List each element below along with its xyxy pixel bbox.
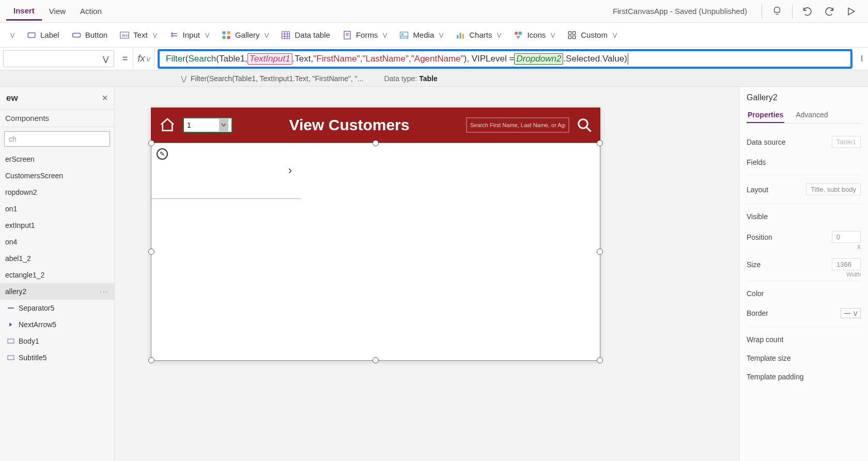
svg-rect-19 [400, 32, 408, 38]
tree-node-gallery[interactable]: allery2··· [0, 283, 114, 300]
tree-node-label[interactable]: abel1_2 [0, 250, 114, 267]
top-menu-bar: Insert View Action FirstCanvasApp - Save… [0, 0, 868, 23]
next-arrow-icon[interactable]: › [288, 164, 292, 177]
divider [792, 4, 793, 19]
ribbon-gallery[interactable]: Gallery⋁ [215, 27, 275, 43]
canvas-area[interactable]: 1 View Customers ✎ › [115, 87, 739, 461]
prop-visible-label: Visible [747, 212, 768, 221]
svg-rect-8 [227, 31, 230, 34]
svg-rect-28 [569, 36, 571, 38]
app-checker-icon[interactable] [768, 3, 786, 20]
search-icon[interactable] [577, 117, 592, 133]
svg-line-34 [586, 127, 591, 132]
resize-handle[interactable] [597, 357, 603, 363]
prop-datasource-value[interactable]: Table1 [832, 136, 861, 148]
resize-handle[interactable] [597, 249, 603, 255]
ribbon-text[interactable]: Abc Text⋁ [114, 27, 163, 43]
resize-handle[interactable] [373, 140, 379, 146]
ribbon-text-text: Text [133, 30, 148, 39]
fx-button[interactable]: fx⋁ [133, 48, 154, 70]
tab-properties[interactable]: Properties [747, 107, 784, 123]
tab-advanced[interactable]: Advanced [795, 107, 829, 123]
gallery-selection[interactable]: ✎ › [151, 143, 600, 361]
tree-node-screen[interactable]: erScreen [0, 151, 114, 167]
preview-search-input[interactable] [466, 117, 569, 133]
search-input[interactable]: ch [4, 131, 110, 147]
ribbon-label[interactable]: Label [21, 27, 66, 43]
svg-rect-31 [8, 339, 14, 343]
tree-node-subtitle[interactable]: Subtitle5 [0, 349, 114, 366]
properties-panel: Gallery2 Properties Advanced Data source… [739, 87, 868, 461]
prop-border-value[interactable]: — ⋁ [841, 308, 861, 318]
ribbon-media[interactable]: Media⋁ [393, 27, 450, 43]
prop-size-value[interactable]: 1366 [832, 258, 861, 270]
svg-rect-21 [457, 35, 458, 39]
prop-datasource-label: Data source [747, 138, 785, 146]
tree-node-dropdown[interactable]: ropdown2 [0, 184, 114, 201]
svg-text:Abc: Abc [122, 33, 129, 38]
chevron-down-icon[interactable]: ⋁ [181, 74, 187, 83]
gallery-template-item[interactable]: › [151, 143, 301, 199]
tree-node-textinput[interactable]: extInput1 [0, 217, 114, 234]
play-icon[interactable] [842, 3, 860, 20]
undo-icon[interactable] [799, 3, 816, 20]
home-icon[interactable] [159, 117, 176, 133]
tree-node-control[interactable]: on4 [0, 234, 114, 250]
tab-components[interactable]: Components [0, 110, 114, 127]
redo-icon[interactable] [820, 3, 838, 20]
property-selector[interactable]: ⋁ [3, 50, 114, 67]
preview-dropdown[interactable]: 1 [183, 117, 233, 133]
arrow-icon [7, 321, 14, 328]
more-icon[interactable]: ··· [100, 287, 109, 296]
datatable-icon [281, 30, 290, 40]
prop-border-label: Border [747, 309, 768, 317]
tree-node-body[interactable]: Body1 [0, 333, 114, 349]
tree-node-rectangle[interactable]: ectangle1_2 [0, 267, 114, 283]
ribbon-input-text: Input [183, 30, 200, 39]
ribbon-custom[interactable]: Custom⋁ [561, 27, 623, 43]
prop-layout-value[interactable]: Title, subt body [806, 183, 861, 195]
svg-rect-10 [227, 36, 230, 39]
tree-node-control[interactable]: on1 [0, 201, 114, 217]
resize-handle[interactable] [597, 140, 603, 146]
ribbon-charts[interactable]: Charts⋁ [450, 27, 507, 43]
prop-size-sub: Width [747, 271, 861, 278]
prop-color-label: Color [747, 289, 764, 298]
resize-handle[interactable] [373, 357, 379, 363]
custom-icon [567, 30, 577, 40]
ribbon-media-text: Media [413, 30, 434, 39]
gallery-icon [222, 30, 231, 40]
ribbon-icons[interactable]: Icons⋁ [507, 27, 561, 43]
ribbon-input[interactable]: Input⋁ [163, 27, 215, 43]
tree-node-nextarrow[interactable]: NextArrow5 [0, 316, 114, 333]
ribbon-forms-text: Forms [356, 30, 378, 39]
media-icon [399, 30, 409, 40]
panel-title: ew [6, 93, 18, 103]
charts-icon [456, 30, 465, 40]
ribbon-custom-text: Custom [581, 30, 608, 39]
tree-node-separator[interactable]: Separator5 [0, 300, 114, 316]
ribbon-forms[interactable]: Forms⋁ [336, 27, 394, 43]
divider [762, 4, 762, 19]
svg-point-24 [515, 32, 518, 35]
ribbon-button[interactable]: Button [66, 27, 114, 43]
menu-action[interactable]: Action [73, 3, 109, 20]
tree-node-screen[interactable]: CustomersScreen [0, 167, 114, 184]
resize-handle[interactable] [148, 357, 154, 363]
svg-rect-1 [72, 33, 80, 37]
formula-summary: Filter(Search(Table1, TextInput1.Text, "… [191, 74, 363, 83]
menu-insert[interactable]: Insert [6, 2, 42, 21]
selection-name: Gallery2 [747, 93, 861, 102]
prop-position-value[interactable]: 0 [832, 231, 861, 243]
resize-handle[interactable] [148, 249, 154, 255]
prop-fields-label: Fields [747, 158, 766, 166]
formula-input[interactable]: Filter(Search(Table1, TextInput1.Text, "… [158, 49, 853, 69]
prop-wrap-label: Wrap count [747, 335, 783, 344]
menu-view[interactable]: View [42, 3, 73, 20]
preview-title: View Customers [240, 116, 459, 134]
close-icon[interactable]: × [102, 92, 108, 104]
app-title: FirstCanvasApp - Saved (Unpublished) [613, 7, 747, 16]
equals-sign: = [117, 48, 133, 70]
ribbon-new[interactable]: ⋁ [3, 29, 21, 41]
ribbon-datatable[interactable]: Data table [275, 27, 336, 43]
